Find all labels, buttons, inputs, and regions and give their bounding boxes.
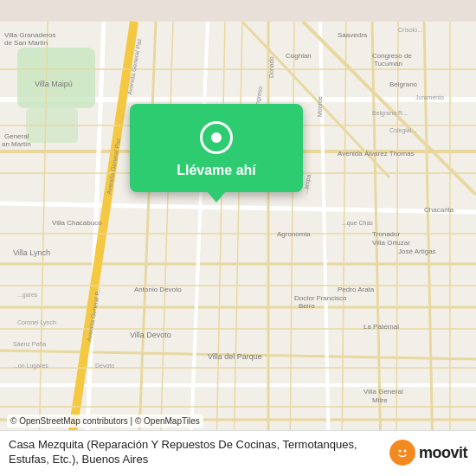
map-background: Villa Granaderos de San Martín Saavedra … bbox=[0, 0, 476, 476]
svg-text:Sáenz Peña: Sáenz Peña bbox=[13, 341, 46, 347]
svg-text:Avenida Álvarez Thomas: Avenida Álvarez Thomas bbox=[338, 150, 415, 158]
moovit-icon bbox=[389, 440, 415, 466]
svg-text:Devoto: Devoto bbox=[95, 363, 114, 369]
svg-text:Villa Lynch: Villa Lynch bbox=[13, 248, 50, 257]
svg-rect-21 bbox=[17, 48, 95, 108]
svg-text:Villa del Parque: Villa del Parque bbox=[208, 352, 262, 361]
svg-text:...que Chas: ...que Chas bbox=[342, 220, 373, 227]
svg-text:Villa Devoto: Villa Devoto bbox=[130, 331, 171, 339]
svg-text:Chacarita: Chacarita bbox=[424, 206, 454, 214]
svg-text:Coghlan: Coghlan bbox=[286, 52, 312, 60]
svg-text:Villa Maipú: Villa Maipú bbox=[35, 80, 73, 88]
svg-text:...gares: ...gares bbox=[17, 292, 38, 299]
svg-text:Colegial...: Colegial... bbox=[389, 127, 416, 134]
svg-text:La Paternal: La Paternal bbox=[363, 323, 399, 331]
map-attribution: © OpenStreetMap contributors | © OpenMap… bbox=[7, 415, 203, 428]
bottom-info-bar: Casa Mezquita (Reparación Y Repuestos De… bbox=[0, 430, 476, 476]
svg-text:General: General bbox=[4, 132, 29, 140]
svg-text:Juramento: Juramento bbox=[415, 94, 444, 100]
map-container: Villa Granaderos de San Martín Saavedra … bbox=[0, 0, 476, 476]
svg-text:de San Martín: de San Martín bbox=[4, 39, 48, 47]
svg-text:Mitre: Mitre bbox=[372, 396, 388, 404]
svg-text:Crísolo...: Crísolo... bbox=[398, 27, 422, 33]
svg-point-84 bbox=[398, 450, 401, 453]
svg-point-83 bbox=[395, 445, 410, 460]
svg-text:Antonio Devoto: Antonio Devoto bbox=[134, 286, 182, 293]
svg-text:Congreso de: Congreso de bbox=[372, 52, 412, 60]
navigation-callout[interactable]: Llévame ahí bbox=[130, 104, 303, 192]
svg-text:an Martín: an Martín bbox=[2, 140, 31, 148]
moovit-brand-name: moovit bbox=[419, 444, 467, 462]
svg-text:Villa Granaderos: Villa Granaderos bbox=[4, 31, 55, 39]
svg-text:...on Lugares: ...on Lugares bbox=[13, 363, 48, 370]
svg-point-85 bbox=[403, 450, 406, 453]
svg-text:Doctor Francisco: Doctor Francisco bbox=[294, 294, 347, 302]
svg-text:Monroe: Monroe bbox=[317, 96, 323, 117]
svg-text:José Artigas: José Artigas bbox=[398, 248, 436, 255]
place-name: Casa Mezquita (Reparación Y Repuestos De… bbox=[9, 438, 383, 467]
svg-text:Pedro Arata: Pedro Arata bbox=[338, 286, 375, 293]
svg-text:Tucumán: Tucumán bbox=[374, 60, 402, 68]
svg-text:Beiro: Beiro bbox=[299, 302, 315, 310]
svg-text:Belgrano: Belgrano bbox=[389, 80, 418, 88]
svg-text:Tronador: Tronador bbox=[372, 230, 401, 238]
svg-text:Villa Chacabuco: Villa Chacabuco bbox=[52, 219, 102, 227]
svg-text:Villa Ortuzar: Villa Ortuzar bbox=[372, 239, 410, 247]
svg-text:Saavedra: Saavedra bbox=[338, 31, 368, 39]
svg-text:Agronomia: Agronomia bbox=[277, 230, 311, 238]
callout-label: Llévame ahí bbox=[177, 163, 256, 178]
svg-text:Villa General: Villa General bbox=[363, 388, 403, 396]
moovit-logo: moovit bbox=[389, 440, 467, 466]
svg-text:Coronel Lynch: Coronel Lynch bbox=[17, 319, 56, 326]
location-pin-icon bbox=[200, 121, 233, 154]
svg-text:Belgrano R...: Belgrano R... bbox=[372, 110, 408, 117]
svg-text:Donado: Donado bbox=[268, 56, 274, 78]
